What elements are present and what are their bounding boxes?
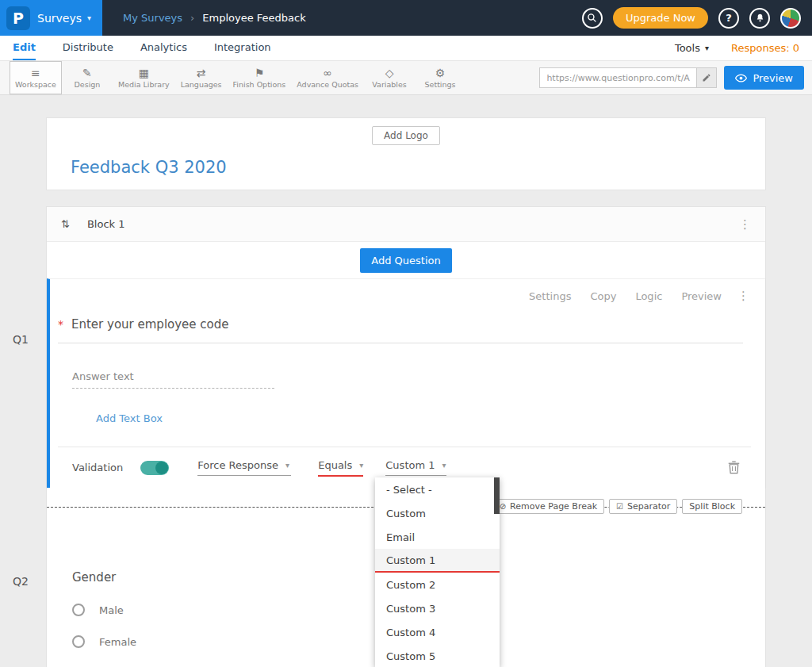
- upgrade-now-button[interactable]: Upgrade Now: [613, 7, 708, 29]
- radio-label: Male: [99, 604, 124, 616]
- preview-button[interactable]: Preview: [724, 66, 804, 90]
- question-logic-link[interactable]: Logic: [635, 290, 662, 302]
- toolbar-item-variables[interactable]: ◇ Variables: [364, 61, 415, 94]
- dropdown-item[interactable]: Custom 3: [375, 596, 500, 620]
- block-title[interactable]: Block 1: [87, 218, 125, 230]
- tools-menu[interactable]: Tools ▾: [675, 42, 709, 54]
- question-actions: Settings Copy Logic Preview ⋮: [58, 289, 751, 303]
- dropdown-item[interactable]: - Select -: [375, 477, 500, 501]
- toolbar-item-finish-options[interactable]: ⚑ Finish Options: [228, 61, 292, 94]
- remove-icon: ⊘: [500, 502, 506, 511]
- validation-value-select[interactable]: Custom 1 ▾: [385, 459, 446, 476]
- question-number-q1: Q1: [13, 333, 29, 346]
- validation-value-dropdown: - Select - Custom Email Custom 1 Custom …: [375, 477, 500, 667]
- eye-icon: [735, 74, 747, 82]
- pencil-icon: [702, 73, 711, 82]
- add-question-row: Add Question: [47, 242, 765, 278]
- tab-edit[interactable]: Edit: [13, 36, 36, 60]
- toolbar-item-settings[interactable]: ⚙ Settings: [415, 61, 465, 94]
- question-preview-link[interactable]: Preview: [681, 290, 722, 302]
- tab-distribute[interactable]: Distribute: [63, 36, 113, 60]
- survey-title[interactable]: Feedback Q3 2020: [71, 158, 765, 177]
- tab-integration[interactable]: Integration: [214, 36, 271, 60]
- tab-analytics[interactable]: Analytics: [140, 36, 187, 60]
- validation-toggle[interactable]: [140, 461, 169, 475]
- advance-quotas-icon: ∞: [323, 67, 332, 79]
- question-menu-icon[interactable]: ⋮: [737, 289, 749, 303]
- answer-text-field[interactable]: Answer text: [72, 370, 274, 389]
- add-logo-button[interactable]: Add Logo: [372, 126, 440, 145]
- section-nav: Edit Distribute Analytics Integration To…: [0, 36, 812, 61]
- chevron-down-icon: ▾: [359, 461, 363, 470]
- help-button[interactable]: ?: [718, 8, 739, 29]
- survey-header-card: Add Logo Feedback Q3 2020: [46, 117, 766, 190]
- survey-url-group: [539, 67, 717, 88]
- survey-url-input[interactable]: [539, 67, 696, 88]
- dropdown-item[interactable]: Custom 4: [375, 620, 500, 644]
- toolbar-item-advance-quotas[interactable]: ∞ Advance Quotas: [291, 61, 364, 94]
- user-avatar[interactable]: [780, 8, 801, 29]
- dropdown-item[interactable]: Custom: [375, 501, 500, 525]
- top-bar: P Surveys ▾ My Surveys › Employee Feedba…: [0, 0, 812, 36]
- product-name: Surveys: [37, 12, 82, 25]
- block-menu-icon[interactable]: ⋮: [739, 217, 751, 232]
- finish-options-icon: ⚑: [255, 67, 265, 79]
- question-text-row: * Enter your employee code: [58, 317, 743, 343]
- search-button[interactable]: [582, 8, 603, 29]
- dropdown-scrollbar[interactable]: [494, 477, 500, 514]
- bell-icon: [755, 13, 765, 23]
- force-response-select[interactable]: Force Response ▾: [197, 459, 291, 476]
- trash-icon: [728, 461, 740, 474]
- delete-question-button[interactable]: [728, 461, 740, 474]
- toolbar-item-languages[interactable]: ⇄ Languages: [175, 61, 228, 94]
- gear-icon: ⚙: [435, 67, 446, 79]
- dropdown-item[interactable]: Email: [375, 525, 500, 549]
- topbar-actions: Upgrade Now ?: [582, 7, 812, 29]
- questionpro-logo[interactable]: P: [6, 6, 30, 30]
- notifications-button[interactable]: [749, 8, 770, 29]
- chevron-down-icon: ▾: [705, 44, 709, 52]
- add-text-box-link[interactable]: Add Text Box: [96, 412, 163, 424]
- breadcrumb-my-surveys[interactable]: My Surveys: [123, 12, 182, 24]
- required-asterisk: *: [58, 318, 63, 331]
- dropdown-item-selected[interactable]: Custom 1: [375, 549, 500, 573]
- chevron-down-icon: ▾: [442, 461, 446, 470]
- question-q1: Settings Copy Logic Preview ⋮ * Enter yo…: [47, 278, 765, 488]
- chevron-down-icon: ▾: [87, 13, 91, 22]
- breadcrumb-separator-icon: ›: [190, 12, 194, 24]
- tools-label: Tools: [675, 42, 700, 54]
- breadcrumb: My Surveys › Employee Feedback: [123, 12, 306, 24]
- dropdown-item[interactable]: Custom 5: [375, 644, 500, 667]
- radio-label: Female: [99, 636, 136, 648]
- breadcrumb-current: Employee Feedback: [202, 12, 305, 24]
- checkbox-checked-icon: ☑: [616, 502, 623, 511]
- validation-label: Validation: [72, 462, 123, 473]
- question-settings-link[interactable]: Settings: [529, 290, 571, 302]
- nav-right: Tools ▾ Responses: 0: [675, 36, 799, 60]
- radio-button[interactable]: [72, 635, 85, 648]
- languages-icon: ⇄: [197, 67, 206, 79]
- app-switcher[interactable]: P Surveys ▾: [0, 0, 102, 36]
- editor-toolbar: ≡ Workspace ✎ Design ▦ Media Library ⇄ L…: [0, 61, 812, 95]
- split-block-button[interactable]: Split Block: [682, 499, 742, 514]
- collapse-block-icon[interactable]: ⇅: [61, 218, 70, 230]
- dropdown-item[interactable]: Custom 2: [375, 573, 500, 596]
- chevron-down-icon: ▾: [285, 461, 289, 470]
- add-question-button[interactable]: Add Question: [360, 248, 451, 273]
- toolbar-item-media-library[interactable]: ▦ Media Library: [113, 61, 175, 94]
- edit-url-button[interactable]: [696, 67, 717, 88]
- toolbar-item-design[interactable]: ✎ Design: [62, 61, 113, 94]
- toolbar-item-workspace[interactable]: ≡ Workspace: [10, 61, 62, 94]
- separator-button[interactable]: ☑ Separator: [609, 499, 677, 514]
- question-number-q2: Q2: [13, 575, 29, 588]
- page-break-buttons: ⊘ Remove Page Break ☑ Separator Split Bl…: [492, 499, 742, 514]
- remove-page-break-button[interactable]: ⊘ Remove Page Break: [492, 499, 604, 514]
- toggle-knob: [155, 462, 168, 474]
- responses-count[interactable]: Responses: 0: [731, 42, 799, 54]
- operator-select[interactable]: Equals ▾: [318, 459, 363, 477]
- question-text[interactable]: Enter your employee code: [71, 317, 229, 332]
- block-header: ⇅ Block 1 ⋮: [47, 207, 765, 242]
- radio-button[interactable]: [72, 604, 85, 616]
- question-mark-icon: ?: [726, 12, 732, 24]
- question-copy-link[interactable]: Copy: [590, 290, 616, 302]
